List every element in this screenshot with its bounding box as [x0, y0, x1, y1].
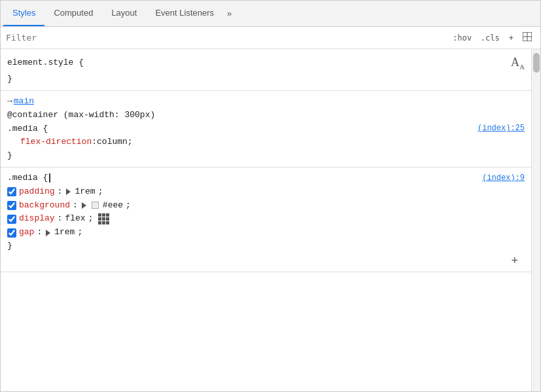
gap-prop-name: gap	[19, 226, 34, 240]
container-source-link[interactable]: (index):25	[478, 122, 525, 135]
section-footer: +	[7, 253, 525, 268]
gap-prop-line: gap : 1rem ;	[7, 226, 525, 240]
media-source-link[interactable]: (index):9	[482, 172, 525, 185]
add-rule-button[interactable]: +	[511, 255, 518, 266]
arrow-main-line: → main	[7, 95, 525, 109]
display-prop-name: display	[19, 212, 55, 226]
padding-prop-name: padding	[19, 185, 55, 199]
tab-styles[interactable]: Styles	[3, 1, 44, 26]
gap-expand-triangle[interactable]	[46, 230, 50, 236]
padding-value: 1rem	[75, 185, 95, 199]
cls-button[interactable]: .cls	[478, 32, 503, 44]
media-selector-line-2: .media { (index):9	[7, 171, 525, 185]
flex-direction-prop: flex-direction	[20, 135, 92, 149]
cursor-indicator	[49, 173, 50, 183]
media-selector-1: .media {	[7, 122, 48, 136]
padding-checkbox[interactable]	[7, 187, 16, 196]
gap-value: 1rem	[54, 226, 75, 240]
tab-event-listeners[interactable]: Event Listeners	[146, 1, 223, 26]
inspect-icon	[523, 32, 532, 41]
flexbox-icon[interactable]	[98, 213, 109, 224]
element-style-section: element.style { AA }	[1, 49, 531, 91]
at-rule-text: @container (max-width: 300px)	[7, 109, 155, 122]
scrollbar-track[interactable]	[531, 49, 540, 391]
scrollbar-thumb[interactable]	[533, 53, 540, 73]
tabs-bar: Styles Computed Layout Event Listeners »	[1, 1, 540, 27]
padding-prop-line: padding : 1rem ;	[7, 185, 525, 199]
background-prop-line: background : #eee ;	[7, 199, 525, 213]
styles-content: element.style { AA } → main @container (…	[1, 49, 531, 391]
media-rule-close: }	[7, 240, 525, 253]
element-style-close-brace: }	[7, 73, 525, 86]
main-link[interactable]: main	[14, 95, 34, 109]
container-query-line: @container (max-width: 300px)	[7, 109, 525, 122]
container-rule-close: }	[7, 149, 525, 163]
tabs-overflow-button[interactable]: »	[223, 3, 236, 24]
display-value: flex	[65, 212, 85, 226]
arrow-symbol: →	[7, 95, 12, 109]
display-checkbox[interactable]	[7, 215, 16, 224]
media-rule-section: .media { (index):9 padding : 1rem ; bac	[1, 168, 531, 272]
element-style-selector-line: element.style { AA	[7, 53, 525, 73]
padding-expand-triangle[interactable]	[66, 188, 71, 195]
background-prop-name: background	[19, 199, 70, 213]
background-value: #eee	[103, 199, 123, 213]
tab-computed[interactable]: Computed	[44, 1, 102, 26]
media-selector-2: .media {	[7, 171, 48, 185]
tab-layout[interactable]: Layout	[102, 1, 146, 26]
display-prop-line: display : flex ;	[7, 212, 525, 226]
flex-direction-line: flex-direction : column ;	[7, 135, 525, 149]
gap-checkbox[interactable]	[7, 228, 16, 238]
inspect-button[interactable]	[519, 31, 535, 45]
media-selector-line-1: .media { (index):25	[7, 122, 525, 136]
font-size-icon[interactable]: AA	[511, 53, 525, 73]
add-style-button[interactable]: +	[506, 32, 517, 44]
flex-direction-value: column	[97, 135, 128, 149]
hov-button[interactable]: :hov	[449, 32, 475, 44]
devtools-panel: Styles Computed Layout Event Listeners »…	[0, 0, 541, 392]
container-rule-section: → main @container (max-width: 300px) .me…	[1, 91, 531, 168]
content-wrapper: element.style { AA } → main @container (…	[1, 49, 540, 391]
background-color-swatch[interactable]	[92, 202, 99, 209]
filter-toolbar: :hov .cls +	[1, 27, 540, 49]
background-expand-triangle[interactable]	[82, 202, 86, 209]
background-checkbox[interactable]	[7, 201, 16, 210]
element-style-selector: element.style {	[7, 56, 84, 70]
filter-input[interactable]	[6, 33, 444, 43]
toolbar-actions: :hov .cls +	[449, 31, 535, 45]
